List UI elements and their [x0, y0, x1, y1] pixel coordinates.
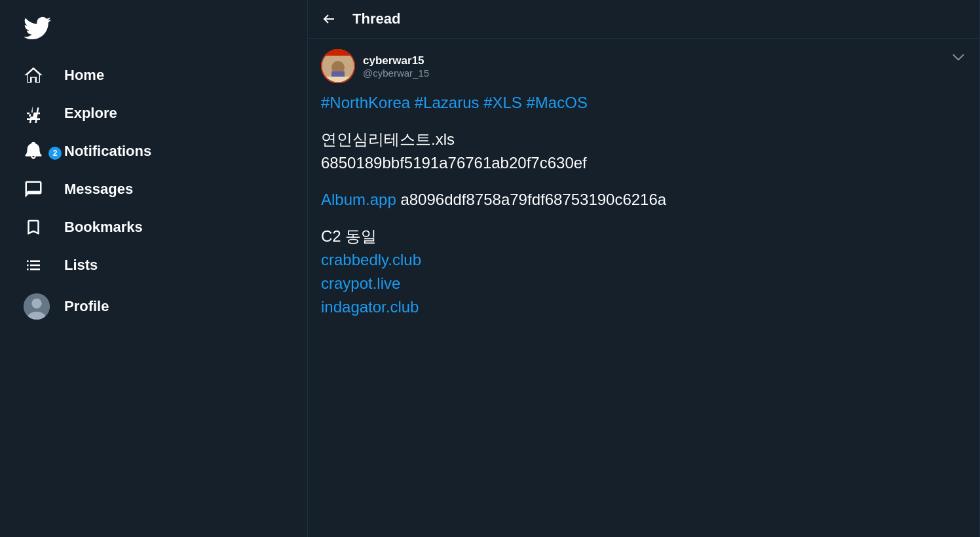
sidebar-label-profile: Profile — [64, 298, 109, 315]
twitter-logo[interactable] — [13, 7, 294, 52]
c2-label: C2 동일 — [321, 225, 966, 248]
thread-header: Thread — [308, 0, 979, 39]
tweet-avatar-image — [321, 49, 355, 83]
sidebar-label-notifications: Notifications — [64, 143, 151, 160]
file-name: 연인심리테스트.xls — [321, 128, 966, 151]
sidebar-label-bookmarks: Bookmarks — [64, 219, 143, 236]
tweet-hashtags[interactable]: #NorthKorea #Lazarus #XLS #MacOS — [321, 94, 588, 111]
app-link[interactable]: Album.app — [321, 191, 396, 208]
display-name: cyberwar15 — [363, 54, 429, 67]
app-link-block: Album.app a8096ddf8758a79fdf68753190c621… — [321, 188, 966, 212]
sidebar-label-lists: Lists — [64, 257, 98, 274]
main-content: Thread — [308, 0, 980, 537]
profile-avatar-svg — [24, 293, 50, 320]
tweet-avatar[interactable] — [321, 49, 355, 83]
user-names: cyberwar15 @cyberwar_15 — [363, 54, 429, 79]
notification-count-badge: 2 — [48, 147, 62, 160]
tweet-user-info: cyberwar15 @cyberwar_15 — [321, 49, 429, 83]
bell-icon: 2 — [24, 141, 56, 161]
sidebar-item-messages[interactable]: Messages — [13, 172, 294, 207]
more-options-button[interactable] — [951, 49, 966, 67]
home-icon — [24, 65, 56, 85]
svg-point-1 — [31, 299, 41, 308]
sidebar-item-lists[interactable]: Lists — [13, 248, 294, 283]
profile-avatar-icon — [24, 293, 56, 320]
tweet-header: cyberwar15 @cyberwar_15 — [321, 49, 966, 83]
chevron-down-icon — [951, 49, 966, 65]
twitter-bird-icon — [24, 14, 51, 42]
sidebar-label-home: Home — [64, 67, 104, 84]
tweet-container: cyberwar15 @cyberwar_15 #NorthKorea #Laz… — [308, 39, 979, 329]
c2-link-1[interactable]: crabbedly.club — [321, 248, 966, 272]
sidebar-item-bookmarks[interactable]: Bookmarks — [13, 210, 294, 245]
sidebar-item-home[interactable]: Home — [13, 58, 294, 93]
hash-icon — [24, 103, 56, 123]
c2-link-3[interactable]: indagator.club — [321, 295, 966, 319]
sidebar-item-notifications[interactable]: 2 Notifications — [13, 134, 294, 169]
c2-block: C2 동일 crabbedly.club craypot.live indaga… — [321, 225, 966, 319]
list-icon — [24, 255, 56, 275]
sidebar: Home Explore 2 Notifications Messages — [0, 0, 308, 537]
sidebar-label-messages: Messages — [64, 181, 133, 198]
back-button[interactable] — [321, 11, 337, 27]
app-hash: a8096ddf8758a79fdf68753190c6216a — [400, 191, 666, 208]
hashtags-block: #NorthKorea #Lazarus #XLS #MacOS — [321, 91, 966, 115]
mail-icon — [24, 179, 56, 199]
back-arrow-icon — [321, 11, 337, 27]
sidebar-label-explore: Explore — [64, 105, 117, 122]
file-info-block: 연인심리테스트.xls 6850189bbf5191a76761ab20f7c6… — [321, 128, 966, 175]
sidebar-item-profile[interactable]: Profile — [13, 286, 294, 327]
thread-title: Thread — [352, 10, 400, 28]
file-hash: 6850189bbf5191a76761ab20f7c630ef — [321, 151, 966, 175]
username: @cyberwar_15 — [363, 67, 429, 79]
tweet-body: #NorthKorea #Lazarus #XLS #MacOS 연인심리테스트… — [321, 91, 966, 319]
bookmark-icon — [24, 217, 56, 237]
c2-link-2[interactable]: craypot.live — [321, 272, 966, 295]
sidebar-item-explore[interactable]: Explore — [13, 96, 294, 131]
